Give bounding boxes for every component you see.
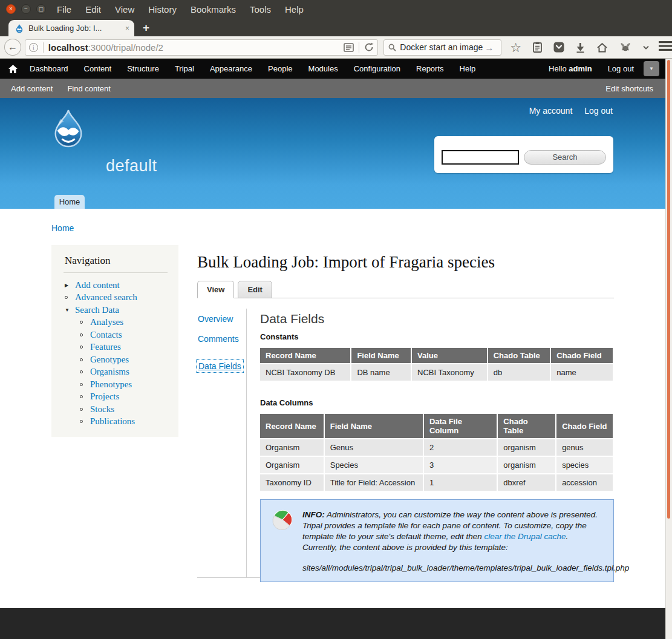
admin-menu-dashboard[interactable]: Dashboard: [30, 64, 68, 73]
clear-cache-link[interactable]: clear the Drupal cache: [484, 532, 566, 541]
sidebar-item-contacts[interactable]: Contacts: [65, 329, 170, 341]
chevron-down-icon[interactable]: [643, 45, 649, 50]
bookmark-star-icon[interactable]: ☆: [510, 41, 521, 54]
scrollbar-thumb[interactable]: [667, 60, 670, 519]
reader-mode-icon[interactable]: [344, 43, 354, 52]
username: admin: [569, 64, 592, 73]
logout-link[interactable]: Log out: [584, 106, 613, 116]
menu-tools[interactable]: Tools: [250, 4, 271, 15]
menu-hamburger-icon[interactable]: [659, 41, 672, 53]
leaf-bullet-icon: [80, 370, 88, 373]
shortcut-find-content[interactable]: Find content: [67, 84, 111, 93]
menu-bookmarks[interactable]: Bookmarks: [191, 4, 236, 15]
pane-link-overview[interactable]: Overview: [198, 314, 246, 324]
scrollbar-track[interactable]: [665, 59, 672, 639]
browser-search-input[interactable]: [400, 42, 484, 52]
sidebar-item-publications[interactable]: Publications: [65, 416, 170, 428]
admin-menu-reports[interactable]: Reports: [416, 64, 444, 73]
sidebar-item-advanced-search[interactable]: Advanced search: [65, 292, 170, 304]
admin-menu-tripal[interactable]: Tripal: [175, 64, 194, 73]
reload-icon[interactable]: [364, 42, 374, 52]
header-search-button[interactable]: Search: [524, 150, 606, 165]
pane-link-comments[interactable]: Comments: [198, 334, 246, 344]
collapsed-arrow-icon[interactable]: ▶: [65, 283, 73, 288]
navigation-block: Navigation ▶Add content Advanced search …: [51, 245, 178, 437]
menu-view[interactable]: View: [115, 4, 134, 15]
url-path: :3000/tripal/node/2: [88, 42, 163, 53]
my-account-link[interactable]: My account: [529, 106, 573, 116]
sidebar-item-stocks[interactable]: Stocks: [65, 403, 170, 416]
main-menu-home-tab[interactable]: Home: [54, 195, 85, 209]
admin-menu-help[interactable]: Help: [460, 64, 476, 73]
breadcrumb-home-link[interactable]: Home: [51, 223, 74, 233]
drupal-logo[interactable]: [50, 109, 87, 150]
col-header: Chado Field: [551, 348, 613, 363]
back-button[interactable]: ←: [4, 39, 21, 56]
node-tabs: View Edit: [197, 281, 614, 298]
site-name[interactable]: default: [106, 157, 157, 175]
admin-menu-appearance[interactable]: Appearance: [210, 64, 252, 73]
cell: Genus: [325, 439, 423, 456]
window-close-button[interactable]: ×: [6, 4, 16, 14]
window-maximize-button[interactable]: ◻: [36, 4, 46, 14]
admin-menu-configuration[interactable]: Configuration: [354, 64, 400, 73]
tab-edit[interactable]: Edit: [238, 281, 272, 298]
toolbar-toggle-button[interactable]: ▼: [644, 61, 659, 76]
constants-table: Record Name Field Name Value Chado Table…: [259, 347, 614, 382]
divider: [43, 42, 44, 53]
template-path: sites/all/modules/tripal/tripal_bulk_loa…: [302, 563, 605, 572]
bookmarks-clipboard-icon[interactable]: [533, 42, 542, 53]
url-bar[interactable]: i localhost:3000/tripal/node/2: [25, 39, 378, 56]
drupal-admin-toolbar: Dashboard Content Structure Tripal Appea…: [0, 59, 665, 79]
admin-logout-link[interactable]: Log out: [608, 64, 634, 73]
pane-link-data-fields[interactable]: Data Fields: [196, 359, 244, 373]
admin-menu-modules[interactable]: Modules: [308, 64, 338, 73]
shortcuts-bar: Add content Find content Edit shortcuts: [0, 79, 665, 98]
browser-search-bar[interactable]: →: [383, 39, 501, 56]
site-info-icon[interactable]: i: [29, 43, 38, 52]
admin-home-icon[interactable]: [8, 65, 18, 73]
header-search-input[interactable]: [442, 150, 519, 165]
sidebar-item-search-data[interactable]: ▼Search Data: [65, 304, 170, 316]
new-tab-button[interactable]: +: [143, 21, 149, 34]
search-go-icon[interactable]: →: [484, 42, 494, 53]
menubar: File Edit View History Bookmarks Tools H…: [57, 4, 304, 15]
home-icon[interactable]: [596, 42, 608, 53]
cell: DB name: [351, 364, 411, 381]
sidebar-item-features[interactable]: Features: [65, 341, 170, 354]
admin-menu-content[interactable]: Content: [84, 64, 112, 73]
navigation-title: Navigation: [65, 255, 170, 267]
expanded-arrow-icon[interactable]: ▼: [65, 307, 73, 313]
menu-history[interactable]: History: [148, 4, 177, 15]
url-text[interactable]: localhost:3000/tripal/node/2: [48, 42, 344, 53]
pocket-icon[interactable]: [553, 42, 564, 53]
tab-close-icon[interactable]: ×: [125, 24, 129, 33]
admin-user-area: Hello admin Log out: [549, 64, 634, 73]
sidebar-item-phenotypes[interactable]: Phenotypes: [65, 378, 170, 391]
browser-tab[interactable]: Bulk Loading Job: I... ×: [8, 20, 134, 36]
sidebar-item-analyses[interactable]: Analyses: [65, 316, 170, 329]
admin-menu-people[interactable]: People: [268, 64, 292, 73]
extension-fly-icon[interactable]: [619, 42, 631, 52]
info-text: INFO: Administrators, you can customize …: [302, 510, 605, 553]
menu-file[interactable]: File: [57, 4, 71, 15]
pane-body: Data Fields Constants Record Name Field …: [260, 309, 614, 582]
edit-shortcuts-link[interactable]: Edit shortcuts: [605, 84, 653, 93]
caret-down-icon: ▼: [649, 66, 654, 71]
sidebar-item-genotypes[interactable]: Genotypes: [65, 353, 170, 366]
cell: accession: [556, 474, 613, 491]
shortcut-add-content[interactable]: Add content: [11, 84, 53, 93]
sidebar-item-add-content[interactable]: ▶Add content: [65, 279, 170, 292]
download-icon[interactable]: [576, 42, 585, 53]
sidebar-item-projects[interactable]: Projects: [65, 391, 170, 404]
tab-view[interactable]: View: [197, 281, 234, 298]
cell: NCBI Taxonomy DB: [260, 364, 350, 381]
page-title: Bulk Loading Job: Import of Fragaria spe…: [197, 253, 615, 272]
admin-menu-structure[interactable]: Structure: [127, 64, 159, 73]
menu-edit[interactable]: Edit: [85, 4, 101, 15]
window-minimize-button[interactable]: −: [21, 4, 31, 14]
cell: Species: [325, 457, 423, 473]
leaf-bullet-icon: [80, 321, 88, 324]
menu-help[interactable]: Help: [285, 4, 304, 15]
sidebar-item-organisms[interactable]: Organisms: [65, 366, 170, 379]
